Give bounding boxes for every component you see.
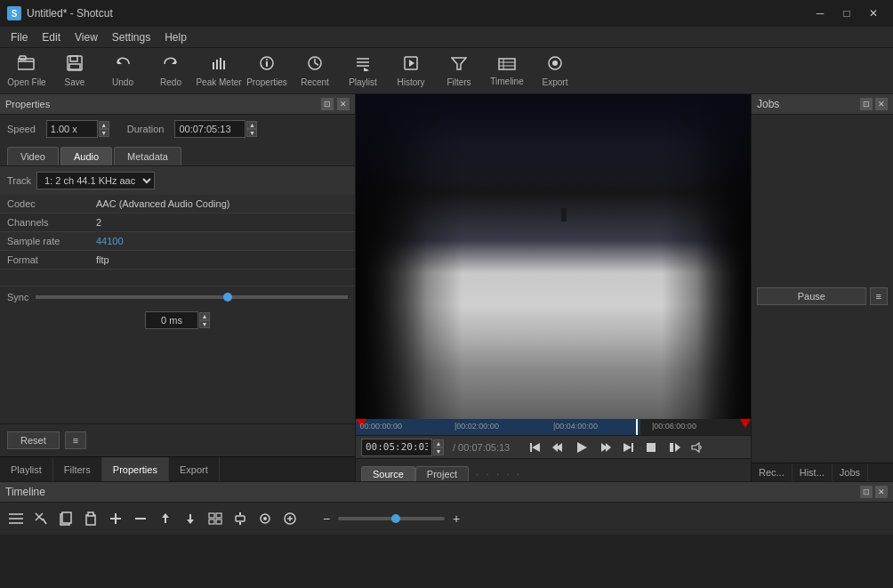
properties-menu-button[interactable]: ≡ [65,431,86,449]
hist-tab[interactable]: Hist... [792,463,833,481]
timecode-up[interactable]: ▲ [433,439,444,447]
prev-frame-button[interactable] [549,439,568,455]
reset-button[interactable]: Reset [7,431,60,449]
minimize-button[interactable]: ─ [808,4,833,22]
menu-help[interactable]: Help [157,29,194,45]
tl-scrub-button[interactable] [279,508,301,529]
close-button[interactable]: ✕ [861,4,886,22]
duration-up-arrow[interactable]: ▲ [246,121,257,129]
open-file-icon [18,55,36,76]
tl-cut-button[interactable] [30,508,52,529]
tab-audio[interactable]: Audio [60,147,112,165]
left-tab-filters[interactable]: Filters [53,457,102,481]
playhead[interactable] [636,419,638,435]
tl-lift-button[interactable] [155,508,176,529]
undo-button[interactable]: Undo [100,51,146,92]
tl-snap-button[interactable] [229,508,251,529]
zoom-slider[interactable] [338,517,445,520]
menu-edit[interactable]: Edit [35,29,68,45]
tab-video[interactable]: Video [7,147,59,165]
menu-settings[interactable]: Settings [105,29,157,45]
channels-key: Channels [7,217,96,228]
zoom-in-button[interactable]: + [448,511,464,527]
left-tab-playlist[interactable]: Playlist [0,457,53,481]
timeline-button[interactable]: Timeline [484,51,530,92]
stop-button[interactable] [641,439,661,455]
timecode-down[interactable]: ▼ [433,447,444,455]
panel-undock-button[interactable]: ⊡ [321,98,334,110]
volume-button[interactable] [688,439,707,455]
rec-tab[interactable]: Rec... [752,463,792,481]
left-tab-export[interactable]: Export [169,457,220,481]
zoom-out-button[interactable]: − [318,511,334,527]
zoom-thumb[interactable] [391,514,400,523]
filters-button[interactable]: Filters [436,51,482,92]
properties-button[interactable]: Properties [244,51,290,92]
redo-icon [163,55,179,76]
tl-grid-button[interactable] [205,508,226,529]
recent-button[interactable]: Recent [292,51,338,92]
source-tab[interactable]: Source [361,466,415,481]
codec-value: AAC (Advanced Audio Coding) [96,198,229,209]
track-label: Track [7,175,31,186]
pause-button[interactable]: Pause [757,287,866,305]
redo-button[interactable]: Redo [148,51,194,92]
project-tab[interactable]: Project [415,466,469,481]
toolbar: Open File Save Undo Redo Peak Meter Prop… [0,48,893,94]
tl-ripple-button[interactable] [254,508,276,529]
timeline-undock-button[interactable]: ⊡ [860,486,873,498]
jobs-menu-button[interactable]: ≡ [870,287,888,305]
speed-input[interactable] [46,120,98,138]
svg-marker-36 [606,443,611,452]
current-timecode[interactable] [361,439,432,456]
menu-view[interactable]: View [68,29,105,45]
tl-add-button[interactable] [105,508,126,529]
speed-down-arrow[interactable]: ▼ [99,129,109,137]
panel-close-button[interactable]: ✕ [337,98,350,110]
next-frame-button[interactable] [595,439,615,455]
open-file-button[interactable]: Open File [4,51,50,92]
tl-overwrite-button[interactable] [180,508,201,529]
tl-copy-button[interactable] [55,508,76,529]
skip-start-button[interactable] [526,439,545,455]
sync-thumb[interactable] [223,293,232,302]
speed-arrows: ▲ ▼ [99,121,109,137]
play-button[interactable] [572,439,591,455]
menu-file[interactable]: File [4,29,35,45]
sync-ms-input[interactable] [145,311,198,329]
left-tab-properties[interactable]: Properties [102,457,169,481]
export-icon [547,55,563,76]
peak-meter-button[interactable]: Peak Meter [196,51,242,92]
jobs-tab[interactable]: Jobs [833,463,868,481]
sync-slider[interactable] [36,295,348,299]
sync-label: Sync [7,292,28,302]
ruler-mark-0: 00:00:00:00 [359,422,402,431]
samplerate-key: Sample rate [7,236,96,246]
playlist-button[interactable]: Playlist [340,51,386,92]
history-button[interactable]: History [388,51,434,92]
save-button[interactable]: Save [52,51,98,92]
timeline-section: Timeline ⊡ ✕ [0,481,893,588]
tab-metadata[interactable]: Metadata [114,147,181,165]
sync-ms-down[interactable]: ▼ [199,320,210,328]
duration-down-arrow[interactable]: ▼ [246,129,257,137]
track-selector[interactable]: 1: 2 ch 44.1 KHz aac [36,172,155,189]
ruler-mark-4m: |00:04:00:00 [553,422,598,431]
duration-input[interactable] [174,120,245,138]
timecode-arrows: ▲ ▼ [433,439,444,455]
timeline-close-button[interactable]: ✕ [875,486,888,498]
speed-up-arrow[interactable]: ▲ [99,121,109,129]
svg-marker-23 [452,58,466,69]
export-button[interactable]: Export [532,51,578,92]
track-row: Track 1: 2 ch 44.1 KHz aac [0,165,355,195]
jobs-close-button[interactable]: ✕ [875,98,888,110]
tl-remove-button[interactable] [130,508,151,529]
skip-end-button[interactable] [618,439,638,455]
titlebar-left: S Untitled* - Shotcut [7,6,113,20]
jobs-undock-button[interactable]: ⊡ [860,98,873,110]
maximize-button[interactable]: □ [834,4,859,22]
sync-ms-up[interactable]: ▲ [199,312,210,320]
tl-menu-button[interactable] [5,508,27,529]
toggle-button[interactable] [664,439,684,455]
tl-paste-button[interactable] [80,508,101,529]
